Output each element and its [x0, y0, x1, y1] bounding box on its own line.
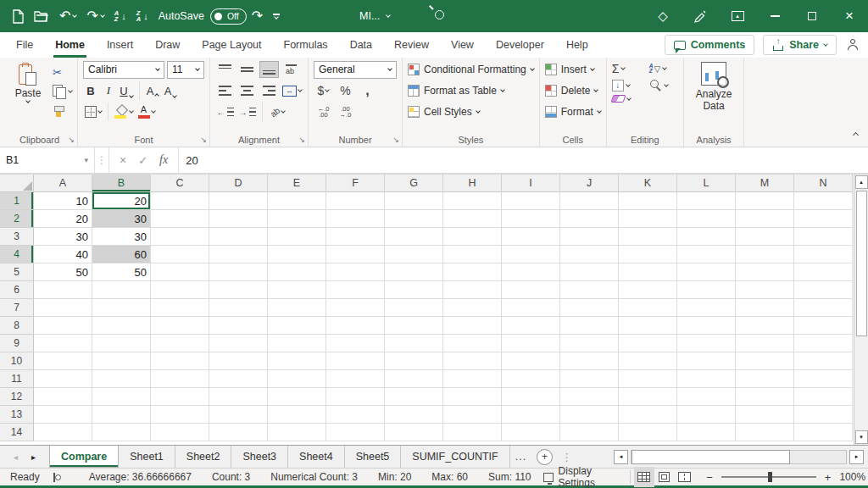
open-file-button[interactable] — [29, 3, 54, 29]
horizontal-scroll-thumb[interactable] — [632, 450, 790, 464]
cell-C2[interactable] — [151, 210, 209, 228]
cell-N9[interactable] — [794, 335, 853, 352]
horizontal-scrollbar[interactable]: ◂ ▸ — [614, 446, 868, 468]
chevron-down-icon[interactable] — [298, 87, 303, 92]
cell-H1[interactable] — [443, 192, 502, 210]
row-header-6[interactable]: 6 — [0, 281, 34, 299]
column-header-j[interactable]: J — [560, 175, 619, 192]
cell-K2[interactable] — [619, 210, 677, 228]
sheet-tab-sheet4[interactable]: Sheet4 — [288, 446, 345, 468]
cell-N7[interactable] — [794, 299, 853, 317]
sheet-nav-left-button[interactable]: ◂ — [14, 452, 18, 462]
clear-button[interactable] — [612, 95, 641, 103]
ribbon-tab-review[interactable]: Review — [383, 32, 440, 58]
cell-L6[interactable] — [677, 281, 736, 299]
premium-features-button[interactable]: ◇ — [644, 0, 682, 32]
cell-G5[interactable] — [385, 263, 443, 281]
cell-H14[interactable] — [443, 424, 502, 441]
cell-B2[interactable]: 30 — [92, 210, 151, 228]
middle-align-button[interactable] — [237, 61, 257, 78]
scroll-left-button[interactable]: ◂ — [614, 450, 628, 464]
cell-I10[interactable] — [502, 352, 560, 370]
new-file-button[interactable] — [7, 3, 29, 29]
insert-cells-button[interactable]: Insert — [545, 60, 601, 79]
cell-E6[interactable] — [268, 281, 326, 299]
cell-K1[interactable] — [619, 192, 677, 210]
conditional-formatting-button[interactable]: Conditional Formatting — [408, 60, 534, 79]
cell-J2[interactable] — [560, 210, 619, 228]
cell-L7[interactable] — [677, 299, 736, 317]
cell-M13[interactable] — [736, 406, 794, 424]
zoom-out-button[interactable]: − — [706, 471, 713, 484]
cell-N13[interactable] — [794, 406, 853, 424]
cell-G14[interactable] — [385, 424, 443, 441]
cell-J3[interactable] — [560, 228, 619, 246]
cell-H11[interactable] — [443, 370, 502, 388]
cell-E2[interactable] — [268, 210, 326, 228]
sheet-tab-sheet3[interactable]: Sheet3 — [231, 446, 288, 468]
chevron-down-icon[interactable] — [129, 93, 134, 98]
cell-E3[interactable] — [268, 228, 326, 246]
cell-N8[interactable] — [794, 317, 853, 335]
column-header-c[interactable]: C — [151, 175, 209, 192]
orientation-button[interactable]: ab — [268, 103, 287, 120]
cell-H7[interactable] — [443, 299, 502, 317]
zoom-slider-thumb[interactable] — [768, 472, 772, 482]
cell-F9[interactable] — [326, 335, 385, 352]
autosave-pill[interactable]: Off — [210, 8, 247, 25]
alignment-dialog-launcher[interactable]: ↘ — [298, 136, 305, 144]
cell-A7[interactable] — [34, 299, 92, 317]
chevron-down-icon[interactable]: ▾ — [84, 156, 88, 164]
cell-A8[interactable] — [34, 317, 92, 335]
cell-B7[interactable] — [92, 299, 151, 317]
cut-button[interactable]: ✂ — [53, 64, 72, 80]
underline-button[interactable]: U — [119, 82, 134, 99]
cell-N10[interactable] — [794, 352, 853, 370]
column-header-e[interactable]: E — [268, 175, 326, 192]
cell-F4[interactable] — [326, 246, 385, 263]
cell-K12[interactable] — [619, 388, 677, 406]
cell-M5[interactable] — [736, 263, 794, 281]
sheet-tabs-overflow[interactable]: ... — [510, 446, 531, 468]
row-header-8[interactable]: 8 — [0, 317, 34, 335]
cell-K11[interactable] — [619, 370, 677, 388]
cell-E10[interactable] — [268, 352, 326, 370]
user-account-icon[interactable] — [845, 39, 860, 52]
cell-K14[interactable] — [619, 424, 677, 441]
font-size-combo[interactable]: 11 — [167, 61, 204, 79]
cell-F1[interactable] — [326, 192, 385, 210]
ribbon-tab-insert[interactable]: Insert — [96, 32, 144, 58]
cell-D11[interactable] — [209, 370, 268, 388]
row-header-4[interactable]: 4 — [0, 246, 34, 263]
cell-L8[interactable] — [677, 317, 736, 335]
cell-G1[interactable] — [385, 192, 443, 210]
ribbon-tab-formulas[interactable]: Formulas — [273, 32, 339, 58]
cell-M3[interactable] — [736, 228, 794, 246]
chevron-down-icon[interactable] — [155, 66, 160, 71]
column-header-a[interactable]: A — [34, 175, 92, 192]
align-center-button[interactable] — [237, 82, 257, 99]
cell-D9[interactable] — [209, 335, 268, 352]
cell-G8[interactable] — [385, 317, 443, 335]
row-header-7[interactable]: 7 — [0, 299, 34, 317]
cell-E5[interactable] — [268, 263, 326, 281]
cell-A10[interactable] — [34, 352, 92, 370]
cell-N14[interactable] — [794, 424, 853, 441]
chevron-down-icon[interactable] — [68, 88, 73, 93]
cell-E14[interactable] — [268, 424, 326, 441]
cell-D1[interactable] — [209, 192, 268, 210]
fill-color-button[interactable] — [114, 103, 134, 120]
sheet-tab-sheet2[interactable]: Sheet2 — [175, 446, 232, 468]
cell-M1[interactable] — [736, 192, 794, 210]
cell-N5[interactable] — [794, 263, 853, 281]
chevron-down-icon[interactable] — [195, 66, 200, 71]
cell-D10[interactable] — [209, 352, 268, 370]
customize-toolbar-button[interactable] — [268, 3, 285, 29]
cell-L3[interactable] — [677, 228, 736, 246]
vertical-scroll-thumb[interactable] — [856, 191, 867, 336]
collapse-ribbon-button[interactable] — [854, 128, 858, 140]
cell-B4[interactable]: 60 — [92, 246, 151, 263]
chevron-down-icon[interactable] — [100, 13, 105, 18]
chevron-down-icon[interactable] — [129, 108, 134, 114]
cell-L14[interactable] — [677, 424, 736, 441]
